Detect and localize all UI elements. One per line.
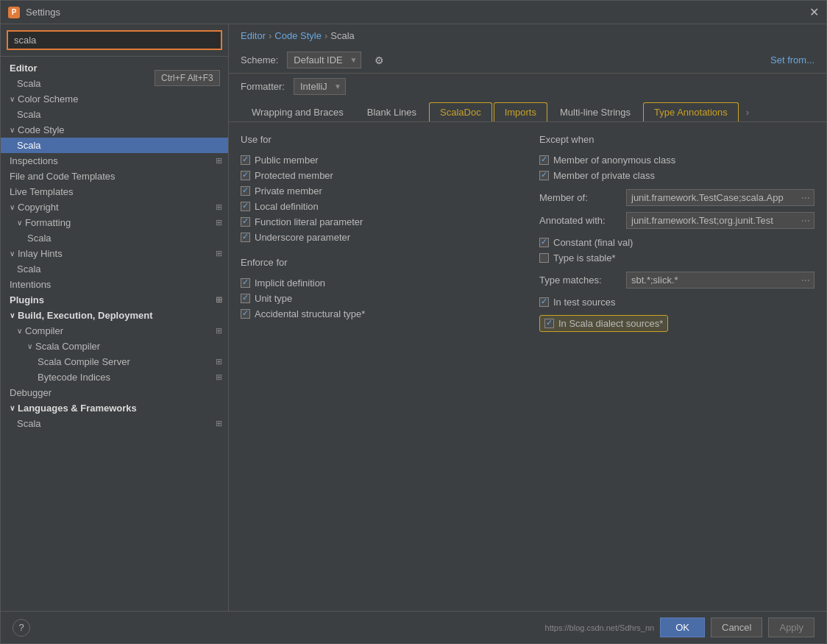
- cb-in-test-sources-label: In test sources: [553, 297, 616, 308]
- close-button[interactable]: ✕: [809, 5, 819, 19]
- arrow-icon: ∨: [27, 342, 32, 350]
- nav-label: Code Style: [18, 124, 222, 135]
- cb-private-member: Private member: [241, 183, 516, 199]
- annotated-with-input[interactable]: [626, 212, 814, 229]
- sidebar-item-formatting[interactable]: ∨ Formatting ⊞: [1, 215, 228, 230]
- ok-button[interactable]: OK: [660, 618, 705, 637]
- member-of-label: Member of:: [539, 192, 620, 203]
- enforce-for-title: Enforce for: [241, 257, 516, 268]
- watermark: https://blog.csdn.net/Sdhrs_nn: [545, 623, 655, 632]
- sidebar-item-inlay-scala[interactable]: Scala: [1, 261, 228, 277]
- type-matches-btn[interactable]: ⋯: [798, 274, 813, 287]
- breadcrumb-codestyle[interactable]: Code Style: [274, 30, 322, 41]
- annotated-with-btn[interactable]: ⋯: [798, 214, 813, 227]
- sidebar-item-compiler[interactable]: ∨ Compiler ⊞: [1, 323, 228, 339]
- cb-protected-member-label: Protected member: [255, 170, 333, 181]
- sidebar-item-intentions[interactable]: Intentions: [1, 277, 228, 292]
- tab-scaladoc[interactable]: ScalaDoc: [429, 102, 492, 121]
- sidebar-item-copyright[interactable]: ∨ Copyright ⊞: [1, 199, 228, 215]
- type-matches-input-wrap: ⋯: [626, 272, 814, 289]
- bottom-right: https://blog.csdn.net/Sdhrs_nn OK Cancel…: [545, 618, 814, 637]
- scheme-select[interactable]: Default IDE: [287, 52, 361, 68]
- cb-public-member-input[interactable]: [241, 155, 250, 165]
- section-languages[interactable]: ∨ Languages & Frameworks: [1, 400, 228, 416]
- search-box-wrap: [1, 24, 228, 57]
- tab-multiline[interactable]: Multi-line Strings: [549, 102, 642, 121]
- cancel-button[interactable]: Cancel: [711, 618, 762, 637]
- nav-label: Scala: [17, 263, 41, 275]
- sidebar-item-scala-selected[interactable]: Scala: [1, 138, 228, 153]
- section-plugins[interactable]: Plugins ⊞: [1, 292, 228, 308]
- tab-wrapping[interactable]: Wrapping and Braces: [241, 102, 355, 121]
- sidebar-item-lang-scala[interactable]: Scala ⊞: [1, 416, 228, 431]
- set-from-link[interactable]: Set from...: [770, 54, 814, 66]
- breadcrumb-sep1: ›: [269, 30, 271, 41]
- cb-unit-type-input[interactable]: [241, 294, 250, 303]
- sidebar-item-formatting-scala[interactable]: Scala: [1, 230, 228, 246]
- cb-private-member-input[interactable]: [241, 186, 250, 196]
- help-button[interactable]: ?: [13, 619, 30, 637]
- sidebar-item-scala-compiler[interactable]: ∨ Scala Compiler: [1, 339, 228, 354]
- member-of-input-wrap: ⋯: [626, 189, 814, 206]
- tab-blank-lines[interactable]: Blank Lines: [356, 102, 427, 121]
- formatter-select[interactable]: IntelliJ: [294, 78, 346, 95]
- cb-in-scala-dialect-input[interactable]: [544, 319, 554, 328]
- sidebar-item-file-templates[interactable]: File and Code Templates: [1, 169, 228, 184]
- tab-imports[interactable]: Imports: [494, 102, 547, 121]
- sidebar-item-color-scheme-scala[interactable]: Scala: [1, 107, 228, 122]
- type-matches-label: Type matches:: [539, 275, 620, 286]
- cb-accidental-struct-input[interactable]: [241, 309, 250, 319]
- cb-private-class-input[interactable]: [539, 171, 549, 180]
- cb-implicit-def: Implicit definition: [241, 275, 516, 291]
- cb-function-literal-input[interactable]: [241, 217, 250, 227]
- in-scala-dialect-row: In Scala dialect sources*: [539, 313, 814, 334]
- cb-implicit-def-input[interactable]: [241, 278, 250, 288]
- cb-in-test-sources-input[interactable]: [539, 297, 549, 307]
- nav-label: Color Scheme: [18, 93, 222, 105]
- sidebar-item-code-style[interactable]: ∨ Code Style: [1, 122, 228, 138]
- sidebar-item-inlay-hints[interactable]: ∨ Inlay Hints ⊞: [1, 246, 228, 261]
- sidebar-item-inspections[interactable]: Inspections ⊞: [1, 153, 228, 169]
- type-matches-input[interactable]: [626, 272, 814, 289]
- settings-icon: ⊞: [216, 156, 222, 166]
- nav-label: Formatting: [25, 217, 216, 228]
- arrow-icon: ∨: [17, 219, 22, 227]
- cb-in-test-sources: In test sources: [539, 294, 814, 310]
- nav-label: Scala: [27, 233, 52, 244]
- settings-icon: ⊞: [216, 295, 222, 305]
- gear-button[interactable]: ⚙: [370, 53, 388, 68]
- cb-type-stable-label: Type is stable*: [553, 252, 616, 263]
- sidebar-item-debugger[interactable]: Debugger: [1, 385, 228, 400]
- search-input[interactable]: [7, 30, 222, 50]
- cb-protected-member-input[interactable]: [241, 171, 250, 180]
- shortcut-hint: Ctrl+F Alt+F3: [155, 70, 220, 86]
- sidebar-item-bytecode-indices[interactable]: Bytecode Indices ⊞: [1, 369, 228, 385]
- annotated-with-label: Annotated with:: [539, 215, 620, 226]
- cb-underscore-input[interactable]: [241, 233, 250, 242]
- cb-local-def-input[interactable]: [241, 202, 250, 211]
- cb-type-stable-input[interactable]: [539, 253, 549, 263]
- sidebar-item-live-templates[interactable]: Live Templates: [1, 184, 228, 199]
- sidebar-item-scala-compile-server[interactable]: Scala Compile Server ⊞: [1, 354, 228, 369]
- sidebar-item-color-scheme[interactable]: ∨ Color Scheme: [1, 91, 228, 107]
- nav-label: Debugger: [10, 387, 52, 398]
- formatter-label: Formatter:: [241, 81, 285, 92]
- cb-anon-class-input[interactable]: [539, 155, 549, 165]
- nav-label: Inspections: [10, 155, 216, 166]
- breadcrumb-editor[interactable]: Editor: [241, 30, 266, 41]
- tab-type-annotations[interactable]: Type Annotations: [643, 102, 739, 121]
- cb-constant-label: Constant (final val): [553, 237, 633, 248]
- nav-label: Scala: [17, 418, 216, 429]
- cb-public-member-label: Public member: [255, 155, 319, 166]
- cb-underscore: Underscore parameter: [241, 230, 516, 245]
- arrow-icon: ∨: [10, 95, 15, 103]
- sidebar-nav: Editor Scala ∨ Color Scheme Scala ∨: [1, 57, 228, 611]
- cb-constant-input[interactable]: [539, 238, 549, 247]
- member-of-input[interactable]: [626, 189, 814, 206]
- member-of-btn[interactable]: ⋯: [798, 191, 813, 205]
- except-when-title: Except when: [539, 134, 814, 145]
- tab-more[interactable]: ›: [740, 103, 755, 121]
- formatter-row: Formatter: IntelliJ: [229, 74, 826, 99]
- apply-button[interactable]: Apply: [768, 618, 814, 637]
- section-build[interactable]: ∨ Build, Execution, Deployment: [1, 308, 228, 323]
